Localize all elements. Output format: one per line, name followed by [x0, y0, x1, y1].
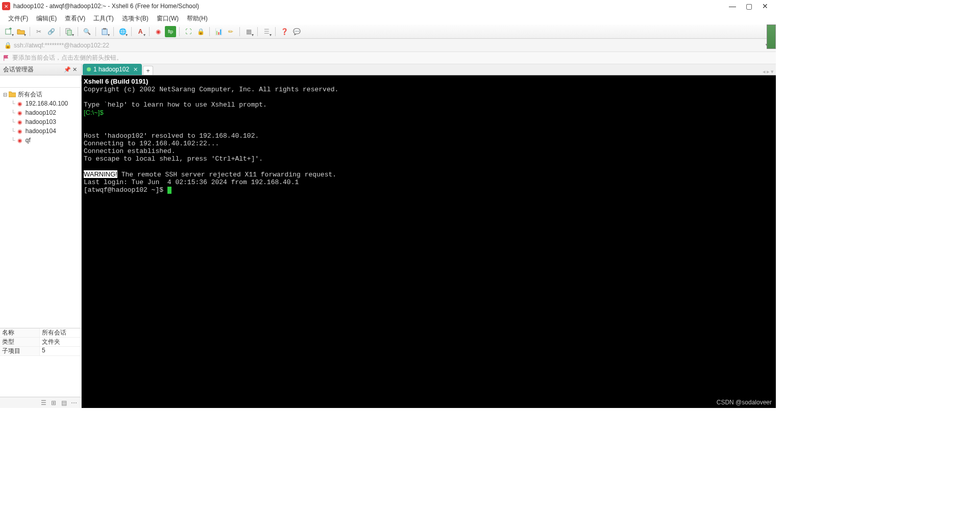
- tab-index: 1: [93, 66, 97, 73]
- session-item-192-168-40-100[interactable]: └ ◉ 192.168.40.100: [0, 99, 81, 108]
- session-label: 192.168.40.100: [26, 100, 68, 107]
- titlebar: ✕ hadoop102 - atwqf@hadoop102:~ - Xshell…: [0, 0, 776, 12]
- toolbar-separator: [95, 27, 96, 36]
- tab-nav-list-icon[interactable]: ▾: [771, 68, 774, 75]
- session-label: qf: [26, 137, 31, 144]
- close-button[interactable]: ✕: [762, 3, 769, 10]
- pin-icon[interactable]: 📌: [64, 66, 71, 73]
- xshell-icon[interactable]: ◉: [153, 26, 164, 37]
- lock-button[interactable]: 🔒: [195, 26, 206, 37]
- layout-grid-button[interactable]: ▦: [243, 26, 254, 37]
- new-session-button[interactable]: [3, 26, 14, 37]
- link-button[interactable]: 🔗: [45, 26, 57, 37]
- chat-button[interactable]: 💬: [291, 26, 302, 37]
- open-session-button[interactable]: [15, 26, 27, 37]
- session-item-hadoop102[interactable]: └ ◉ hadoop102: [0, 108, 81, 117]
- cut-button[interactable]: ✂: [33, 26, 44, 37]
- svg-rect-2: [67, 30, 71, 35]
- tab-nav-next-icon[interactable]: ▸: [767, 68, 770, 75]
- property-key: 名称: [0, 328, 40, 337]
- menu-edit[interactable]: 编辑(E): [32, 13, 61, 24]
- address-text: ssh://atwqf:********@hadoop102:22: [14, 42, 109, 49]
- window-controls: — ▢ ✕: [729, 3, 774, 10]
- tree-root-all-sessions[interactable]: ⊟ 所有会话: [0, 90, 81, 99]
- property-value: 5: [40, 347, 81, 355]
- hint-text: 要添加当前会话，点击左侧的箭头按钮。: [12, 54, 122, 62]
- menu-tabs[interactable]: 选项卡(B): [118, 13, 153, 24]
- sidebar-header: 会话管理器 📌 ✕: [0, 64, 81, 75]
- menu-window[interactable]: 窗口(W): [153, 13, 183, 24]
- hintbar: 要添加当前会话，点击左侧的箭头按钮。: [0, 52, 776, 64]
- menu-help[interactable]: 帮助(H): [183, 13, 212, 24]
- chart-button[interactable]: 📊: [213, 26, 224, 37]
- footer-tool-1[interactable]: ☰: [39, 399, 47, 407]
- sidebar-search: 🔍: [0, 75, 81, 88]
- menu-file[interactable]: 文件(F): [4, 13, 32, 24]
- tabstrip: 1 hadoop102 ✕ + ◂ ▸ ▾: [82, 64, 776, 75]
- collapse-icon[interactable]: ⊟: [2, 92, 8, 97]
- address-content[interactable]: 🔒 ssh://atwqf:********@hadoop102:22: [4, 42, 763, 49]
- property-row-name: 名称 所有会话: [0, 328, 81, 338]
- tabstrip-nav: ◂ ▸ ▾: [763, 68, 776, 75]
- search-button[interactable]: 🔍: [81, 26, 92, 37]
- toolbar-separator: [149, 27, 150, 36]
- session-icon: ◉: [16, 100, 24, 107]
- app-icon: ✕: [2, 2, 10, 10]
- footer-tool-3[interactable]: ▤: [60, 399, 68, 407]
- maximize-button[interactable]: ▢: [745, 3, 752, 10]
- fullscreen-button[interactable]: ⛶: [183, 26, 194, 37]
- layout-row-button[interactable]: ☰: [261, 26, 272, 37]
- property-row-type: 类型 文件夹: [0, 338, 81, 347]
- svg-rect-3: [102, 29, 107, 35]
- session-icon: ◉: [16, 127, 24, 135]
- toolbar-separator: [257, 27, 258, 36]
- toolbar-separator: [209, 27, 210, 36]
- menu-view[interactable]: 查看(V): [61, 13, 89, 24]
- toolbar-separator: [78, 27, 78, 36]
- session-item-hadoop104[interactable]: └ ◉ hadoop104: [0, 126, 81, 136]
- session-icon: ◉: [16, 118, 24, 125]
- property-key: 子项目: [0, 347, 40, 355]
- tree-label: 所有会话: [18, 90, 42, 99]
- main-area: 会话管理器 📌 ✕ 🔍 ⊟ 所有会话 └ ◉ 192.168.40.100 └ …: [0, 64, 776, 408]
- toolbar-separator: [179, 27, 180, 36]
- property-value: 文件夹: [40, 338, 81, 346]
- sidebar-title: 会话管理器: [3, 65, 64, 74]
- session-manager-panel: 会话管理器 📌 ✕ 🔍 ⊟ 所有会话 └ ◉ 192.168.40.100 └ …: [0, 64, 82, 408]
- property-key: 类型: [0, 338, 40, 346]
- toolbar-separator: [131, 27, 132, 36]
- tab-close-icon[interactable]: ✕: [133, 66, 138, 73]
- session-label: hadoop104: [26, 127, 56, 135]
- tab-hadoop102[interactable]: 1 hadoop102 ✕: [83, 64, 142, 75]
- help-button[interactable]: ❓: [279, 26, 290, 37]
- web-button[interactable]: 🌐: [117, 26, 128, 37]
- highlight-button[interactable]: ✏: [225, 26, 236, 37]
- svg-rect-4: [103, 28, 106, 30]
- footer-tool-2[interactable]: ⊞: [50, 399, 58, 407]
- svg-rect-0: [6, 29, 11, 34]
- terminal[interactable]: Xshell 6 (Build 0191) Copyright (c) 2002…: [82, 75, 776, 408]
- font-color-button[interactable]: A: [135, 26, 146, 37]
- session-item-hadoop103[interactable]: └ ◉ hadoop103: [0, 117, 81, 126]
- menu-tools[interactable]: 工具(T): [89, 13, 117, 24]
- minimize-button[interactable]: —: [729, 3, 736, 10]
- toolbar-separator: [275, 27, 276, 36]
- copy-button[interactable]: [63, 26, 75, 37]
- toolbar-separator: [239, 27, 240, 36]
- search-input[interactable]: [2, 76, 79, 87]
- property-row-subitems: 子项目 5: [0, 347, 81, 356]
- xftp-button[interactable]: ftp: [165, 26, 176, 37]
- footer-tool-4[interactable]: ⋯: [70, 399, 78, 407]
- properties-panel: 名称 所有会话 类型 文件夹 子项目 5: [0, 328, 81, 397]
- session-label: hadoop102: [26, 109, 56, 116]
- paste-button[interactable]: [99, 26, 110, 37]
- session-tree: ⊟ 所有会话 └ ◉ 192.168.40.100 └ ◉ hadoop102 …: [0, 88, 81, 328]
- toolbar-separator: [30, 27, 30, 36]
- tab-nav-prev-icon[interactable]: ◂: [763, 68, 766, 75]
- new-tab-button[interactable]: +: [143, 66, 153, 75]
- session-item-qf[interactable]: └ ◉ qf: [0, 136, 81, 145]
- folder-icon: [8, 91, 16, 98]
- right-edge-handle[interactable]: [767, 24, 776, 49]
- close-panel-icon[interactable]: ✕: [71, 66, 78, 73]
- sidebar-footer: ☰ ⊞ ▤ ⋯: [0, 397, 81, 408]
